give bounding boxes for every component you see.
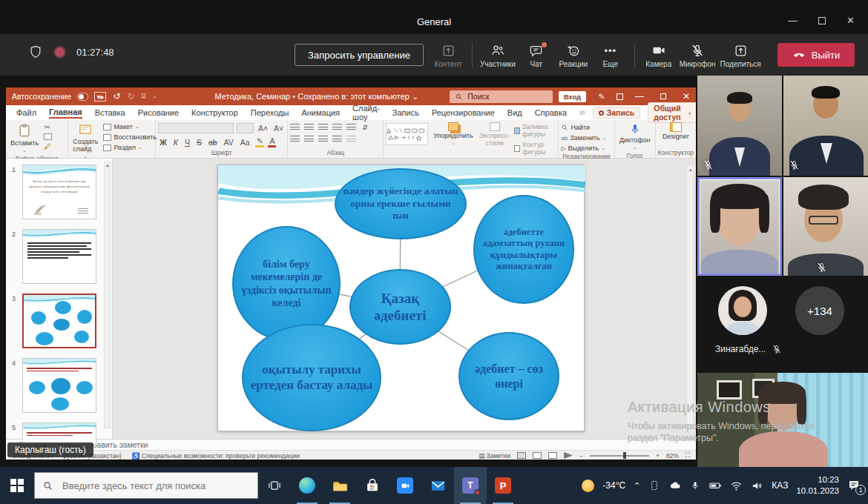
slide-3-thumbnail-selected[interactable] <box>22 294 96 348</box>
leave-button[interactable]: Выйти <box>777 43 855 67</box>
align-left-icon[interactable] <box>290 136 300 144</box>
content-button[interactable]: Контент <box>432 44 464 68</box>
accessibility-check[interactable]: ♿ Специальные возможности: проверьте рек… <box>132 452 300 460</box>
slideshow-view-icon[interactable] <box>564 452 573 459</box>
zoom-out-button[interactable]: − <box>579 452 583 460</box>
tab-transitions[interactable]: Переходы <box>251 108 289 117</box>
zoom-in-button[interactable]: + <box>656 452 660 460</box>
bubble-right[interactable]: әдебиетте адамзаттың рухани құндылықтары… <box>473 195 574 304</box>
reset-button[interactable]: Восстановить <box>103 133 157 141</box>
onedrive-cloud-icon[interactable] <box>668 479 682 492</box>
share-button[interactable]: Поделиться <box>720 44 761 68</box>
slideshow-icon[interactable]: ⌸ <box>142 92 146 101</box>
justify-icon[interactable] <box>332 136 342 144</box>
close-button[interactable]: ✕ <box>846 15 855 26</box>
notes-toggle-button[interactable]: ▤ Заметки <box>479 452 510 460</box>
tab-home[interactable]: Главная <box>49 107 82 119</box>
usb-mic-icon[interactable] <box>690 480 700 491</box>
redo-icon[interactable]: ↻ <box>128 91 135 102</box>
dictate-button[interactable]: Диктофон⌄ <box>617 122 653 151</box>
task-view-button[interactable] <box>258 467 291 504</box>
zoom-level[interactable]: 82% <box>666 452 679 460</box>
overflow-count-badge[interactable]: +134 <box>795 286 844 335</box>
participant-video-1[interactable] <box>697 76 782 176</box>
replace-button[interactable]: abЗаменить⌄ <box>561 134 612 142</box>
paste-button[interactable]: Вставить⌄ <box>8 122 41 154</box>
align-right-icon[interactable] <box>318 136 328 144</box>
reading-view-icon[interactable] <box>548 452 557 459</box>
your-phone-icon[interactable] <box>648 480 660 491</box>
tab-insert[interactable]: Вставка <box>95 108 125 117</box>
find-button[interactable]: Найти <box>561 124 612 131</box>
change-case-button[interactable]: Aa <box>239 138 251 147</box>
maximize-button[interactable] <box>818 17 826 24</box>
zoom-taskbar-icon[interactable] <box>389 467 421 504</box>
indent-decrease-icon[interactable] <box>318 124 328 132</box>
strike-button[interactable]: S <box>195 138 203 147</box>
request-control-button[interactable]: Запросить управление <box>295 44 424 66</box>
thumbnail-row[interactable]: 3 <box>12 294 105 348</box>
current-slide[interactable]: пәндер жүйесінде алатын орны ерекше ғылы… <box>217 165 585 431</box>
slide-scrollbar[interactable] <box>686 165 694 425</box>
sign-in-button[interactable]: Вход <box>559 91 587 102</box>
tab-file[interactable]: Файл <box>16 108 36 117</box>
slide-1-thumbnail[interactable]: Қазақ әдебиеті пәні бойынша оқу процесін… <box>22 165 96 219</box>
tab-slideshow[interactable]: Слайд-шоу <box>352 104 380 122</box>
participant-video-2[interactable] <box>783 76 868 176</box>
underline-button[interactable]: Ч <box>183 138 191 147</box>
taskbar-search-input[interactable] <box>61 480 239 492</box>
thumbnails-scrollbar[interactable] <box>104 162 111 428</box>
notification-center-button[interactable]: 1 <box>847 479 861 492</box>
cut-icon[interactable]: ✂ <box>44 123 52 131</box>
weather-temp[interactable]: -34°C <box>602 480 625 491</box>
ppt-minimize-button[interactable]: — <box>635 91 644 102</box>
tab-design[interactable]: Конструктор <box>191 108 238 117</box>
copy-icon[interactable] <box>44 133 52 140</box>
tray-expand-chevron[interactable]: ⌃ <box>634 481 640 491</box>
tab-draw[interactable]: Рисование <box>138 108 179 117</box>
quick-styles-button[interactable]: Экспресс-стили <box>479 122 511 147</box>
comments-icon[interactable] <box>579 108 585 118</box>
indent-increase-icon[interactable] <box>332 124 342 132</box>
slide-2-thumbnail[interactable] <box>22 229 96 284</box>
shape-fill-button[interactable]: Заливка фигуры <box>514 123 556 138</box>
participant-video-3-active-speaker[interactable] <box>697 177 782 276</box>
zoom-slider[interactable] <box>590 455 649 457</box>
shrink-font-icon[interactable]: А˅ <box>272 124 285 133</box>
italic-button[interactable]: К <box>172 138 180 147</box>
section-button[interactable]: Раздел⌄ <box>103 144 157 151</box>
save-icon[interactable]: ▾▸ <box>94 92 106 102</box>
grow-font-icon[interactable]: А˄ <box>257 124 269 133</box>
arrange-button[interactable]: Упорядочить⌄ <box>431 122 476 147</box>
weather-sun-icon[interactable] <box>582 480 594 492</box>
wifi-icon[interactable] <box>730 480 743 492</box>
slide-4-thumbnail[interactable] <box>22 358 96 413</box>
volume-icon[interactable] <box>751 480 763 492</box>
slide-5-thumbnail[interactable] <box>22 422 96 445</box>
font-name-box[interactable] <box>158 123 234 133</box>
camera-button[interactable]: Камера <box>642 43 675 68</box>
layout-button[interactable]: Макет⌄ <box>103 123 157 130</box>
powerpoint-taskbar-icon[interactable]: P <box>487 467 519 504</box>
char-spacing-button[interactable]: AV <box>223 138 235 147</box>
highlight-button[interactable]: ✎ <box>255 136 265 147</box>
ribbon-display-icon[interactable] <box>617 93 623 100</box>
shadow-button[interactable]: ab <box>207 138 219 147</box>
slide-sorter-icon[interactable] <box>533 452 542 459</box>
designer-button[interactable]: Designer <box>660 122 691 141</box>
shape-outline-button[interactable]: Контур фигуры <box>514 141 556 156</box>
bubble-top[interactable]: пәндер жүйесінде алатын орны ерекше ғылы… <box>335 168 467 239</box>
thumbnail-row[interactable]: 1 Қазақ әдебиеті пәні бойынша оқу процес… <box>12 165 105 219</box>
fit-slide-icon[interactable]: ⛶ <box>685 451 690 460</box>
store-taskbar-icon[interactable] <box>356 467 389 504</box>
minimize-button[interactable]: — <box>788 15 798 26</box>
font-color-button[interactable]: А <box>268 136 276 147</box>
reactions-button[interactable]: Реакции <box>557 43 590 68</box>
mail-taskbar-icon[interactable] <box>421 467 454 504</box>
clock[interactable]: 10:23 10.01.2023 <box>796 474 839 497</box>
thumbnail-row[interactable]: 2 <box>12 229 105 284</box>
line-spacing-icon[interactable] <box>346 124 356 132</box>
tab-animations[interactable]: Анимация <box>301 108 340 117</box>
tab-review[interactable]: Рецензирование <box>432 108 495 117</box>
thumbnail-row[interactable]: 4 <box>12 358 105 413</box>
